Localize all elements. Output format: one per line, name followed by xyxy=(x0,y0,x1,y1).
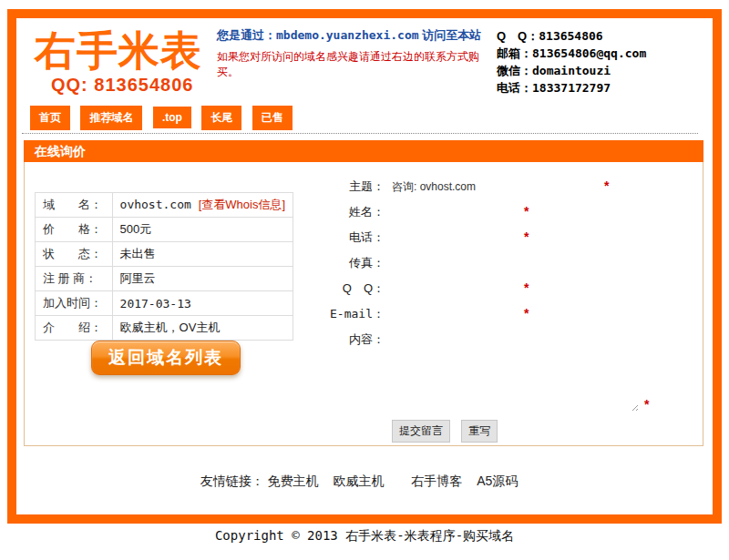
name-input[interactable] xyxy=(392,204,519,220)
visit-notice: 您是通过：mbdemo.yuanzhexi.com 访问至本站 如果您对所访问的… xyxy=(217,27,490,80)
visit-notice-suffix: 访问至本站 xyxy=(419,28,482,42)
page-frame: 右手米表 QQ: 813654806 您是通过：mbdemo.yuanzhexi… xyxy=(7,9,722,524)
purchase-hint: 如果您对所访问的域名感兴趣请通过右边的联系方式购买。 xyxy=(217,49,490,80)
visit-notice-prefix: 您是通过： xyxy=(217,28,276,42)
form-row-name: 姓名： * xyxy=(25,202,704,222)
contact-qq-value: 813654806 xyxy=(539,29,602,43)
contact-wechat: 微信：domaintouzi xyxy=(497,62,646,79)
email-input[interactable] xyxy=(392,306,519,322)
name-label: 姓名： xyxy=(298,202,385,222)
logo-qq-number: QQ: 813654806 xyxy=(51,75,193,96)
nav-item-sold[interactable]: 已售 xyxy=(252,106,293,130)
contact-phone-label: 电话： xyxy=(497,81,532,95)
contact-email: 邮箱：813654806@qq.com xyxy=(497,45,646,62)
contact-qq-label: Q Q： xyxy=(497,29,539,43)
nav-item-top[interactable]: .top xyxy=(153,107,191,128)
required-marker: * xyxy=(644,397,649,412)
section-title: 在线询价 xyxy=(24,140,703,162)
contact-qq: Q Q：813654806 xyxy=(497,27,646,45)
copyright-text: Copyright © 2013 右手米表-米表程序-购买域名 xyxy=(0,528,729,545)
form-row-subject: 主题： * xyxy=(25,177,704,197)
reset-button[interactable]: 重写 xyxy=(461,420,498,443)
main-nav: 首页 推荐域名 .top 长尾 已售 xyxy=(30,106,299,130)
contact-wechat-label: 微信： xyxy=(497,64,532,77)
contact-info: Q Q：813654806 邮箱：813654806@qq.com 微信：dom… xyxy=(497,27,646,97)
qq-input[interactable] xyxy=(392,280,519,297)
required-marker: * xyxy=(604,178,609,193)
inquiry-section: 在线询价 域 名： ovhost.com [查看Whois信息] 价 格： 50… xyxy=(24,140,703,446)
contact-phone: 电话：18337172797 xyxy=(497,79,646,97)
friend-links: 友情链接： 免费主机 欧威主机 右手博客 A5源码 xyxy=(16,473,713,490)
required-marker: * xyxy=(524,204,529,219)
required-marker: * xyxy=(524,280,529,295)
dotted-divider xyxy=(22,133,698,134)
site-logo: 右手米表 xyxy=(35,24,202,78)
friend-link-a5-source[interactable]: A5源码 xyxy=(477,473,518,488)
form-buttons: 提交留言 重写 xyxy=(392,420,505,443)
subject-label: 主题： xyxy=(298,177,385,197)
contact-email-value: 813654806@qq.com xyxy=(532,46,646,60)
phone-input[interactable] xyxy=(392,229,519,246)
nav-item-recommended-domains[interactable]: 推荐域名 xyxy=(80,106,142,130)
contact-phone-value: 18337172797 xyxy=(532,81,611,95)
form-row-email: E-mail： * xyxy=(25,304,704,324)
email-label: E-mail： xyxy=(298,304,385,324)
nav-item-home[interactable]: 首页 xyxy=(30,106,70,130)
qq-label: Q Q： xyxy=(298,279,385,299)
friend-links-label: 友情链接： xyxy=(200,473,264,488)
contact-email-label: 邮箱： xyxy=(497,46,532,60)
required-marker: * xyxy=(524,229,529,244)
fax-label: 传真： xyxy=(298,253,385,273)
fax-input[interactable] xyxy=(392,255,519,271)
form-row-fax: 传真： xyxy=(25,253,704,273)
visit-domain: mbdemo.yuanzhexi.com xyxy=(276,28,419,42)
content-label: 内容： xyxy=(298,330,385,350)
contact-wechat-value: domaintouzi xyxy=(532,64,611,77)
phone-label: 电话： xyxy=(298,228,385,248)
required-marker: * xyxy=(524,306,529,321)
friend-link-ouwei-hosting[interactable]: 欧威主机 xyxy=(333,473,384,488)
form-row-qq: Q Q： * xyxy=(25,279,704,299)
friend-link-youshou-blog[interactable]: 右手博客 xyxy=(411,473,462,488)
friend-link-free-hosting[interactable]: 免费主机 xyxy=(268,473,319,488)
subject-input[interactable] xyxy=(392,178,601,195)
form-row-phone: 电话： * xyxy=(25,228,704,248)
form-row-content: 内容： * xyxy=(25,330,704,417)
content-textarea[interactable] xyxy=(392,330,638,412)
nav-item-longtail[interactable]: 长尾 xyxy=(201,106,241,130)
submit-button[interactable]: 提交留言 xyxy=(392,420,450,443)
